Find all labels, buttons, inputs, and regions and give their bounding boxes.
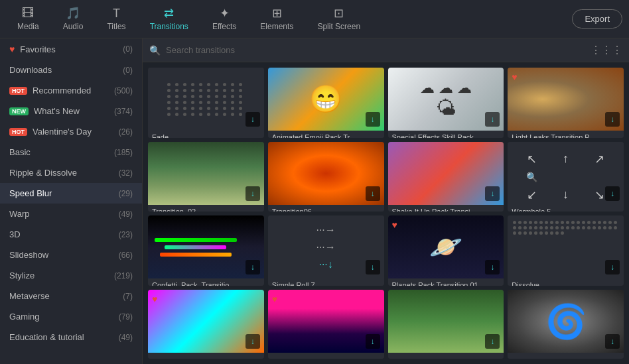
bottom3-label xyxy=(388,353,504,359)
grid-item-transition06[interactable]: ↓ Transition06 xyxy=(268,142,384,212)
sidebar-whats-new-label: What's New xyxy=(34,106,80,116)
emoji-thumbnail: 😁 ↓ xyxy=(268,68,384,131)
emoji-download-btn[interactable]: ↓ xyxy=(366,112,380,127)
sidebar-basic-label: Basic xyxy=(9,147,31,157)
nav-audio[interactable]: 🎵 Audio xyxy=(52,3,94,35)
downloads-count: (0) xyxy=(123,66,133,75)
lightleaks-download-btn[interactable]: ↓ xyxy=(605,112,620,127)
ripple-count: (32) xyxy=(119,168,133,178)
simpleroll-download-btn[interactable]: ↓ xyxy=(366,260,380,274)
planets-download-btn[interactable]: ↓ xyxy=(485,260,500,274)
bottom4-download-btn[interactable]: ↓ xyxy=(605,334,620,349)
transition06-download-btn[interactable]: ↓ xyxy=(366,186,380,201)
favorites-count: (0) xyxy=(123,44,133,54)
sidebar-item-ripple[interactable]: Ripple & Dissolve (32) xyxy=(0,162,142,183)
transition02-download-btn[interactable]: ↓ xyxy=(245,186,260,201)
grid-item-bottom2[interactable]: ♥ ↓ xyxy=(268,290,384,359)
nav-transitions-label: Transitions xyxy=(150,22,188,31)
lightleaks-label: Light Leaks Transition P... xyxy=(508,131,624,138)
grid-item-dissolve[interactable]: ↓ Dissolve xyxy=(508,215,624,286)
gaming-count: (79) xyxy=(119,312,133,322)
grid-item-shake-it-up[interactable]: ↓ Shake It Up Pack Transi... xyxy=(388,142,504,212)
bottom1-download-btn[interactable]: ↓ xyxy=(245,334,260,349)
sidebar-item-whats-new[interactable]: NEW What's New (374) xyxy=(0,101,142,121)
shakeitup-thumbnail: ↓ xyxy=(388,142,504,205)
nav-effects-label: Effects xyxy=(212,22,236,31)
grid-item-special-effects[interactable]: ☁ ☁ ☁🌤 ↓ Special Effects Skill Pack... xyxy=(388,68,504,138)
bottom3-download-btn[interactable]: ↓ xyxy=(485,334,500,349)
sidebar-warp-label: Warp xyxy=(9,209,30,219)
search-input[interactable] xyxy=(166,45,585,55)
nav-split-screen-label: Split Screen xyxy=(317,22,360,31)
hot-badge: HOT xyxy=(9,87,27,95)
nav-titles[interactable]: T Titles xyxy=(96,3,136,35)
nav-effects[interactable]: ✦ Effects xyxy=(202,3,247,35)
sidebar-item-favorites[interactable]: ♥ Favorites (0) xyxy=(0,38,142,60)
sidebar-item-warp[interactable]: Warp (49) xyxy=(0,204,142,224)
titles-icon: T xyxy=(113,7,120,19)
nav-split-screen[interactable]: ⊡ Split Screen xyxy=(307,3,371,35)
effects-label: Special Effects Skill Pack... xyxy=(388,131,504,138)
sidebar-recommended-label: Recommended xyxy=(33,86,91,95)
nav-elements-label: Elements xyxy=(260,22,293,31)
grid-item-bottom1[interactable]: ♥ ↓ xyxy=(148,290,264,359)
wormhole5-thumbnail: ↖ ↑ ↗ 🔍 ↙ ↓ ↘ ↓ xyxy=(508,142,624,205)
sidebar-item-basic[interactable]: Basic (185) xyxy=(0,142,142,162)
shakeitup-download-btn[interactable]: ↓ xyxy=(485,186,500,201)
stylize-count: (219) xyxy=(114,271,133,280)
grid-item-confetti[interactable]: ↓ Confetti_Pack_Transitio... xyxy=(148,215,264,286)
sidebar-metaverse-label: Metaverse xyxy=(9,291,50,301)
bottom4-thumbnail: 🌀 ↓ xyxy=(508,290,624,353)
transitions-grid: ↓ Fade 😁 ↓ Animated Emoji Pack Tr... ☁ ☁… xyxy=(143,62,629,364)
grid-item-animated-emoji[interactable]: 😁 ↓ Animated Emoji Pack Tr... xyxy=(268,68,384,138)
export-button[interactable]: Export xyxy=(572,9,622,29)
fade-download-btn[interactable]: ↓ xyxy=(245,112,260,127)
sidebar-item-slideshow[interactable]: Slideshow (66) xyxy=(0,245,142,265)
sidebar-item-valentines[interactable]: HOT Valentine's Day (26) xyxy=(0,121,142,142)
sidebar-item-metaverse[interactable]: Metaverse (7) xyxy=(0,286,142,306)
confetti-download-btn[interactable]: ↓ xyxy=(245,260,260,274)
wormhole5-download-btn[interactable]: ↓ xyxy=(605,186,620,201)
sidebar-item-3d[interactable]: 3D (23) xyxy=(0,224,142,245)
grid-view-icon[interactable]: ⋮⋮⋮ xyxy=(591,44,622,56)
transitions-icon: ⇄ xyxy=(164,7,174,19)
sidebar-3d-label: 3D xyxy=(9,229,21,239)
grid-item-transition02[interactable]: ↓ Transition_02 xyxy=(148,142,264,212)
bottom1-fav-icon[interactable]: ♥ xyxy=(152,294,157,304)
grid-item-fade[interactable]: ↓ Fade xyxy=(148,68,264,138)
nav-transitions[interactable]: ⇄ Transitions xyxy=(139,3,199,35)
sidebar-slideshow-label: Slideshow xyxy=(9,250,48,260)
sidebar-item-gaming[interactable]: Gaming (79) xyxy=(0,306,142,327)
grid-item-bottom3[interactable]: ↓ xyxy=(388,290,504,359)
media-icon: 🎞 xyxy=(22,7,34,19)
dissolve-download-btn[interactable]: ↓ xyxy=(605,260,620,274)
confetti-label: Confetti_Pack_Transitio... xyxy=(148,278,264,286)
sidebar-item-downloads[interactable]: Downloads (0) xyxy=(0,60,142,80)
sidebar-item-recommended[interactable]: HOT Recommended (500) xyxy=(0,80,142,101)
effects-download-btn[interactable]: ↓ xyxy=(485,112,500,127)
bottom2-download-btn[interactable]: ↓ xyxy=(366,334,380,349)
top-nav: 🎞 Media 🎵 Audio T Titles ⇄ Transitions ✦… xyxy=(0,0,629,38)
sidebar-item-education[interactable]: Education & tutorial (49) xyxy=(0,327,142,347)
fade-label: Fade xyxy=(148,131,264,138)
nav-elements[interactable]: ⊞ Elements xyxy=(249,3,304,35)
main-area: ♥ Favorites (0) Downloads (0) HOT Recomm… xyxy=(0,38,629,364)
grid-item-bottom4[interactable]: 🌀 ↓ xyxy=(508,290,624,359)
fade-dots xyxy=(161,76,251,123)
sidebar-favorites-label: Favorites xyxy=(20,44,55,54)
nav-titles-label: Titles xyxy=(107,22,125,31)
grid-item-wormhole5[interactable]: ↖ ↑ ↗ 🔍 ↙ ↓ ↘ ↓ Wormhole 5 xyxy=(508,142,624,212)
grid-item-planets01[interactable]: ♥ 🪐 ↓ Planets Pack Transition 01 xyxy=(388,215,504,286)
recommended-count: (500) xyxy=(114,86,133,95)
effects-thumbnail: ☁ ☁ ☁🌤 ↓ xyxy=(388,68,504,131)
bottom2-fav-icon[interactable]: ♥ xyxy=(272,294,277,304)
hot-badge-2: HOT xyxy=(9,128,27,136)
sidebar-valentines-label: Valentine's Day xyxy=(33,127,92,137)
grid-item-simple-roll7[interactable]: ···→ ···→ ···↓ ↓ Simple Roll 7 xyxy=(268,215,384,286)
sidebar-item-stylize[interactable]: Stylize (219) xyxy=(0,265,142,286)
nav-items: 🎞 Media 🎵 Audio T Titles ⇄ Transitions ✦… xyxy=(7,3,572,35)
nav-media[interactable]: 🎞 Media xyxy=(7,3,50,35)
lightleaks-fav-icon[interactable]: ♥ xyxy=(512,72,517,82)
sidebar-item-speed-blur[interactable]: Speed Blur (29) ◀ xyxy=(0,183,142,204)
grid-item-light-leaks[interactable]: ♥ ↓ Light Leaks Transition P... xyxy=(508,68,624,138)
